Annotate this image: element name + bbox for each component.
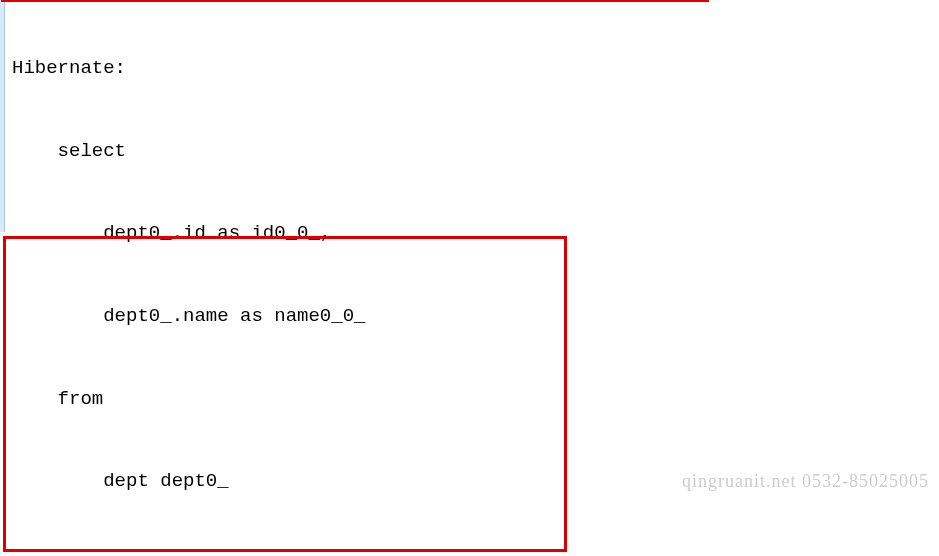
- code-line: where: [12, 551, 939, 556]
- code-line: from: [12, 386, 939, 414]
- code-container: Hibernate: select dept0_.id as id0_0_, d…: [0, 0, 939, 556]
- watermark-text: qingruanit.net 0532-85025005: [682, 468, 929, 494]
- code-line: Hibernate:: [12, 55, 939, 83]
- editor-gutter: [0, 0, 5, 232]
- code-line: select: [12, 138, 939, 166]
- code-line: dept0_.id as id0_0_,: [12, 220, 939, 248]
- code-line: dept0_.name as name0_0_: [12, 303, 939, 331]
